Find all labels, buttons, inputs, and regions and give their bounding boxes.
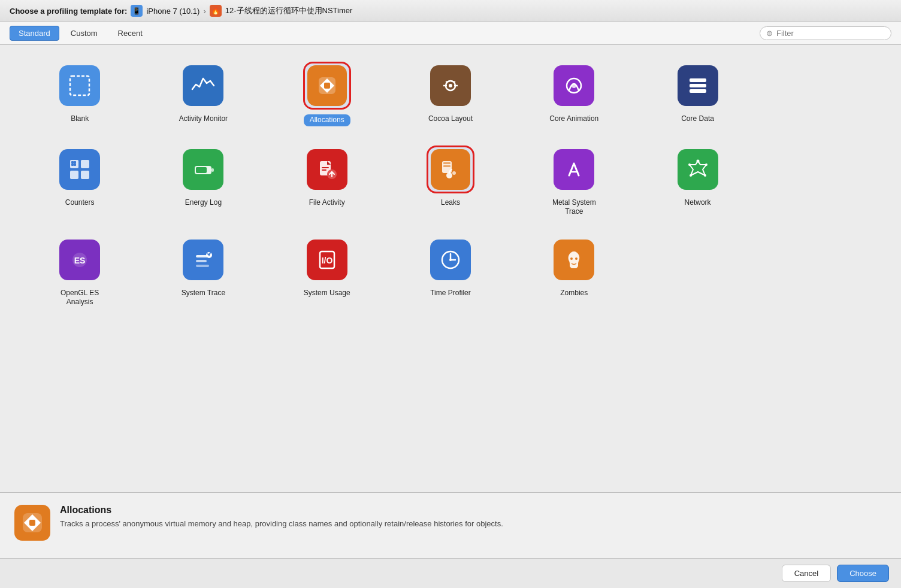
svg-point-37 xyxy=(705,163,708,166)
svg-point-38 xyxy=(688,163,691,166)
template-system-trace[interactable]: System Trace xyxy=(141,231,265,312)
template-allocations[interactable]: Allocations xyxy=(265,57,389,131)
cocoa-layout-label: Cocoa Layout xyxy=(428,114,473,124)
activity-monitor-icon-wrapper xyxy=(179,62,227,110)
system-trace-label: System Trace xyxy=(182,289,225,298)
file-activity-icon-wrapper xyxy=(303,146,351,193)
svg-marker-35 xyxy=(690,161,706,175)
file-activity-label: File Activity xyxy=(309,198,345,208)
template-cocoa-layout[interactable]: Cocoa Layout xyxy=(389,57,512,131)
svg-rect-26 xyxy=(322,167,329,168)
template-metal-system-trace[interactable]: Metal SystemTrace xyxy=(512,141,636,222)
opengl-es-icon: ES xyxy=(59,240,100,280)
filter-input[interactable] xyxy=(776,29,885,38)
system-usage-label: System Usage xyxy=(304,289,350,298)
phone-icon: 📱 xyxy=(131,5,143,17)
icon-grid-area: Blank Activity Monitor xyxy=(0,45,901,492)
template-activity-monitor[interactable]: Activity Monitor xyxy=(141,57,265,131)
svg-point-51 xyxy=(570,257,573,260)
leaks-icon-wrapper xyxy=(427,146,474,193)
svg-point-6 xyxy=(449,84,452,87)
template-network[interactable]: Network xyxy=(636,141,759,222)
info-description: Tracks a process' anonymous virtual memo… xyxy=(60,518,887,530)
energy-log-icon-wrapper xyxy=(179,146,227,193)
svg-rect-21 xyxy=(74,163,76,166)
tab-standard[interactable]: Standard xyxy=(10,26,59,41)
counters-icon-wrapper xyxy=(56,146,104,193)
svg-rect-46 xyxy=(196,265,209,267)
svg-rect-23 xyxy=(211,168,214,172)
project-label: 12-子线程的运行循环中使用NSTimer xyxy=(225,5,353,16)
svg-rect-27 xyxy=(322,169,326,171)
blank-icon xyxy=(59,65,100,106)
svg-rect-20 xyxy=(71,163,74,166)
titlebar: Choose a profiling template for: 📱 iPhon… xyxy=(0,0,901,22)
metal-system-trace-icon-wrapper xyxy=(550,146,598,193)
allocations-label: Allocations xyxy=(304,114,350,126)
core-data-icon-wrapper xyxy=(674,62,722,110)
svg-rect-17 xyxy=(81,171,89,179)
tab-custom[interactable]: Custom xyxy=(62,26,107,41)
template-opengl-es[interactable]: ES OpenGL ESAnalysis xyxy=(18,231,141,312)
activity-monitor-icon xyxy=(183,65,223,106)
svg-rect-18 xyxy=(71,161,74,163)
svg-rect-24 xyxy=(196,167,207,173)
template-leaks[interactable]: Leaks xyxy=(389,141,512,222)
svg-rect-12 xyxy=(690,84,706,87)
tab-recent[interactable]: Recent xyxy=(109,26,152,41)
template-time-profiler[interactable]: Time Profiler xyxy=(389,231,512,312)
core-animation-icon xyxy=(554,65,594,106)
system-usage-icon-wrapper: I/O xyxy=(303,236,351,284)
svg-point-10 xyxy=(572,83,576,88)
core-animation-label: Core Animation xyxy=(549,114,598,124)
leaks-icon xyxy=(431,149,470,190)
time-profiler-icon-wrapper xyxy=(427,236,474,284)
network-icon-wrapper xyxy=(674,146,722,193)
template-energy-log[interactable]: Energy Log xyxy=(141,141,265,222)
svg-rect-54 xyxy=(29,520,35,526)
svg-rect-2 xyxy=(324,83,330,89)
template-file-activity[interactable]: File Activity xyxy=(265,141,389,222)
titlebar-prefix: Choose a profiling template for: xyxy=(10,7,127,16)
chevron-icon: › xyxy=(203,7,205,16)
template-zombies[interactable]: Zombies xyxy=(512,231,636,312)
template-core-data[interactable]: Core Data xyxy=(636,57,759,131)
filter-wrapper: ⊜ xyxy=(760,26,891,40)
template-core-animation[interactable]: Core Animation xyxy=(512,57,636,131)
svg-point-40 xyxy=(690,174,692,177)
file-activity-icon xyxy=(307,149,347,190)
template-blank[interactable]: Blank xyxy=(18,57,141,131)
counters-label: Counters xyxy=(65,198,95,208)
cocoa-layout-icon xyxy=(430,65,471,106)
svg-rect-32 xyxy=(443,165,450,167)
grid-empty-3 xyxy=(636,231,759,312)
core-animation-icon-wrapper xyxy=(550,62,598,110)
svg-rect-13 xyxy=(690,89,706,93)
svg-text:ES: ES xyxy=(74,256,86,265)
cancel-button[interactable]: Cancel xyxy=(782,565,831,582)
tab-row: Standard Custom Recent ⊜ xyxy=(0,22,901,45)
energy-log-label: Energy Log xyxy=(185,198,222,208)
svg-point-52 xyxy=(575,257,578,260)
counters-icon xyxy=(59,149,100,190)
choose-button[interactable]: Choose xyxy=(837,565,889,582)
template-counters[interactable]: Counters xyxy=(18,141,141,222)
svg-text:I/O: I/O xyxy=(321,256,332,265)
zombies-icon xyxy=(554,240,594,280)
grid-empty-2 xyxy=(760,141,883,222)
opengl-es-label: OpenGL ESAnalysis xyxy=(61,289,99,307)
metal-system-trace-label: Metal SystemTrace xyxy=(552,198,596,217)
svg-rect-45 xyxy=(196,260,207,262)
core-data-icon xyxy=(678,65,718,106)
icon-grid-row-1: Blank Activity Monitor xyxy=(18,57,883,131)
time-profiler-label: Time Profiler xyxy=(430,289,471,298)
blank-label: Blank xyxy=(71,114,89,124)
grid-empty-4 xyxy=(760,231,883,312)
svg-rect-31 xyxy=(443,162,450,164)
blank-icon-wrapper xyxy=(56,62,104,110)
leaks-label: Leaks xyxy=(441,198,460,208)
template-system-usage[interactable]: I/O System Usage xyxy=(265,231,389,312)
svg-rect-0 xyxy=(70,76,89,95)
svg-line-7 xyxy=(446,81,450,82)
core-data-label: Core Data xyxy=(681,114,714,124)
